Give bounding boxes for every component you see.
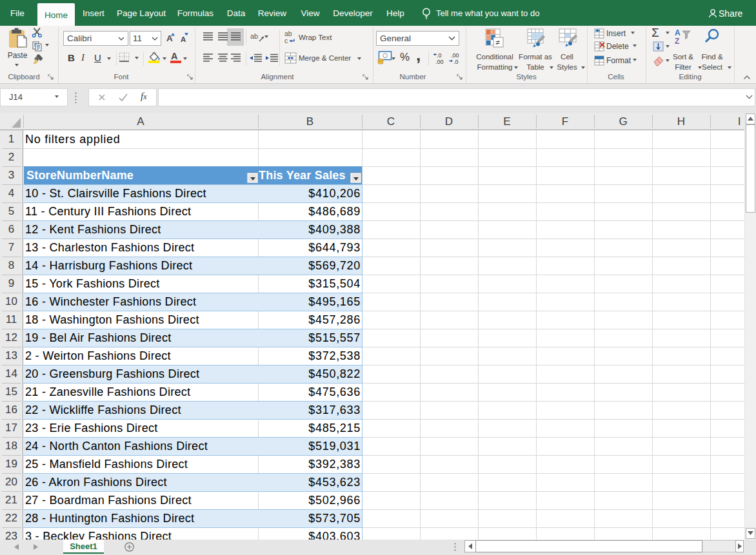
svg-text:c: c <box>284 37 288 44</box>
svg-text:ab: ab <box>250 32 258 40</box>
svg-text:A: A <box>675 28 681 37</box>
svg-text:.00: .00 <box>435 59 444 65</box>
svg-text:.00: .00 <box>451 52 459 59</box>
svg-text:.0: .0 <box>453 59 459 65</box>
svg-text:Z: Z <box>675 37 679 46</box>
svg-text:.0: .0 <box>437 52 442 59</box>
svg-text:≠: ≠ <box>496 38 501 47</box>
